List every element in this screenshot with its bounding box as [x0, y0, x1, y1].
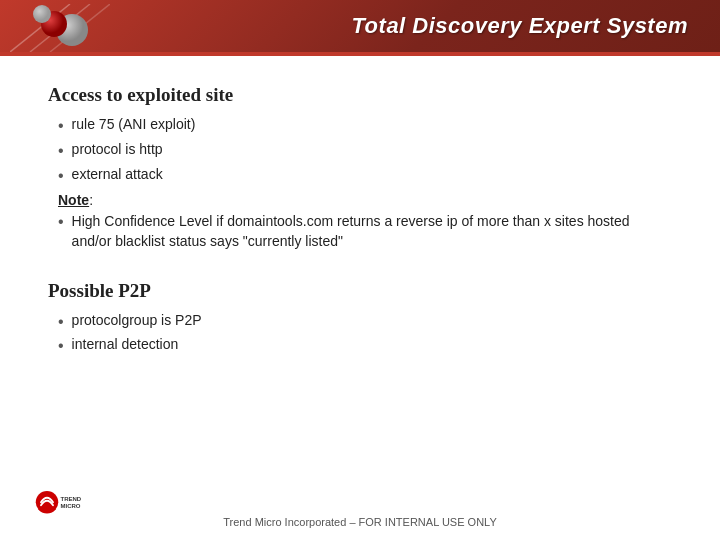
access-section: Access to exploited site rule 75 (ANI ex… — [48, 84, 672, 252]
note-bullet-list: High Confidence Level if domaintools.com… — [58, 212, 672, 251]
p2p-section: Possible P2P protocolgroup is P2P intern… — [48, 280, 672, 358]
note-keyword: Note — [58, 192, 89, 208]
svg-point-6 — [36, 491, 59, 514]
list-item: external attack — [58, 166, 672, 187]
list-item: High Confidence Level if domaintools.com… — [58, 212, 672, 251]
trend-micro-logo-icon: TREND MICRO — [32, 480, 92, 520]
access-section-title: Access to exploited site — [48, 84, 672, 106]
list-item: protocolgroup is P2P — [58, 312, 672, 333]
list-item: protocol is http — [58, 141, 672, 162]
list-item: rule 75 (ANI exploit) — [58, 116, 672, 137]
svg-text:TREND: TREND — [61, 496, 82, 502]
svg-text:MICRO: MICRO — [61, 503, 81, 509]
list-item: internal detection — [58, 336, 672, 357]
header-decoration — [10, 4, 110, 56]
p2p-section-title: Possible P2P — [48, 280, 672, 302]
footer: TREND MICRO Trend Micro Incorporated – F… — [0, 516, 720, 528]
svg-point-5 — [33, 5, 51, 23]
header: Total Discovery Expert System — [0, 0, 720, 52]
page-title: Total Discovery Expert System — [352, 13, 689, 39]
main-content: Access to exploited site rule 75 (ANI ex… — [0, 56, 720, 383]
trend-micro-logo: TREND MICRO — [32, 480, 92, 520]
note-label: Note: — [58, 192, 672, 208]
footer-text: Trend Micro Incorporated – FOR INTERNAL … — [223, 516, 496, 528]
decorative-spheres-icon — [10, 4, 110, 52]
access-bullet-list: rule 75 (ANI exploit) protocol is http e… — [58, 116, 672, 186]
p2p-bullet-list: protocolgroup is P2P internal detection — [58, 312, 672, 358]
